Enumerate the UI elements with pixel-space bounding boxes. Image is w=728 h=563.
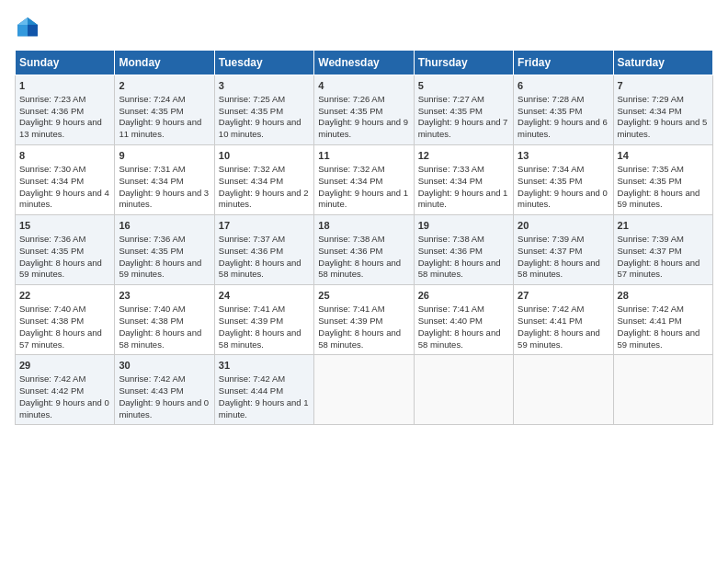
calendar-cell: 24Sunrise: 7:41 AMSunset: 4:39 PMDayligh…: [214, 285, 313, 355]
calendar-cell: 7Sunrise: 7:29 AMSunset: 4:34 PMDaylight…: [613, 75, 712, 145]
svg-marker-2: [28, 25, 38, 36]
logo-icon: [15, 15, 40, 40]
day-number: 26: [418, 289, 509, 303]
day-number: 11: [318, 149, 409, 163]
day-number: 21: [618, 219, 709, 233]
calendar-week-3: 22Sunrise: 7:40 AMSunset: 4:38 PMDayligh…: [16, 285, 713, 355]
calendar-cell: 14Sunrise: 7:35 AMSunset: 4:35 PMDayligh…: [613, 145, 712, 215]
calendar-cell: 30Sunrise: 7:42 AMSunset: 4:43 PMDayligh…: [115, 355, 214, 425]
calendar-cell: 29Sunrise: 7:42 AMSunset: 4:42 PMDayligh…: [16, 355, 115, 425]
day-number: 28: [618, 289, 709, 303]
calendar-cell: 18Sunrise: 7:38 AMSunset: 4:36 PMDayligh…: [314, 215, 414, 285]
calendar-cell: 5Sunrise: 7:27 AMSunset: 4:35 PMDaylight…: [414, 75, 513, 145]
calendar-cell: 1Sunrise: 7:23 AMSunset: 4:36 PMDaylight…: [16, 75, 115, 145]
calendar-table: SundayMondayTuesdayWednesdayThursdayFrid…: [15, 50, 713, 425]
day-number: 15: [19, 219, 110, 233]
calendar-cell: 9Sunrise: 7:31 AMSunset: 4:34 PMDaylight…: [115, 145, 214, 215]
header-cell-monday: Monday: [115, 51, 214, 75]
calendar-cell: 27Sunrise: 7:42 AMSunset: 4:41 PMDayligh…: [514, 285, 613, 355]
header-row: SundayMondayTuesdayWednesdayThursdayFrid…: [16, 51, 713, 75]
calendar-cell: 22Sunrise: 7:40 AMSunset: 4:38 PMDayligh…: [16, 285, 115, 355]
calendar-cell: [314, 355, 414, 425]
svg-marker-1: [28, 17, 38, 25]
calendar-cell: 2Sunrise: 7:24 AMSunset: 4:35 PMDaylight…: [115, 75, 214, 145]
calendar-cell: 16Sunrise: 7:36 AMSunset: 4:35 PMDayligh…: [115, 215, 214, 285]
calendar-cell: 26Sunrise: 7:41 AMSunset: 4:40 PMDayligh…: [414, 285, 513, 355]
day-number: 29: [19, 359, 110, 373]
header-cell-friday: Friday: [514, 51, 613, 75]
day-number: 22: [19, 289, 110, 303]
day-number: 13: [518, 149, 609, 163]
calendar-cell: 8Sunrise: 7:30 AMSunset: 4:34 PMDaylight…: [16, 145, 115, 215]
day-number: 12: [418, 149, 509, 163]
calendar-cell: 10Sunrise: 7:32 AMSunset: 4:34 PMDayligh…: [214, 145, 313, 215]
calendar-cell: 12Sunrise: 7:33 AMSunset: 4:34 PMDayligh…: [414, 145, 513, 215]
day-number: 8: [19, 149, 110, 163]
calendar-cell: 6Sunrise: 7:28 AMSunset: 4:35 PMDaylight…: [514, 75, 613, 145]
calendar-cell: 17Sunrise: 7:37 AMSunset: 4:36 PMDayligh…: [214, 215, 313, 285]
page-container: SundayMondayTuesdayWednesdayThursdayFrid…: [0, 0, 728, 432]
calendar-cell: 20Sunrise: 7:39 AMSunset: 4:37 PMDayligh…: [514, 215, 613, 285]
header-cell-saturday: Saturday: [613, 51, 712, 75]
day-number: 6: [518, 79, 609, 93]
day-number: 2: [119, 79, 210, 93]
header-cell-thursday: Thursday: [414, 51, 513, 75]
calendar-cell: 3Sunrise: 7:25 AMSunset: 4:35 PMDaylight…: [214, 75, 313, 145]
calendar-cell: 25Sunrise: 7:41 AMSunset: 4:39 PMDayligh…: [314, 285, 414, 355]
day-number: 24: [219, 289, 310, 303]
day-number: 18: [318, 219, 409, 233]
header-cell-wednesday: Wednesday: [314, 51, 414, 75]
day-number: 31: [219, 359, 310, 373]
day-number: 4: [318, 79, 409, 93]
day-number: 20: [518, 219, 609, 233]
calendar-cell: [514, 355, 613, 425]
day-number: 27: [518, 289, 609, 303]
header: [15, 15, 713, 40]
calendar-body: 1Sunrise: 7:23 AMSunset: 4:36 PMDaylight…: [16, 75, 713, 425]
day-number: 7: [618, 79, 709, 93]
calendar-cell: [613, 355, 712, 425]
day-number: 16: [119, 219, 210, 233]
calendar-cell: 15Sunrise: 7:36 AMSunset: 4:35 PMDayligh…: [16, 215, 115, 285]
calendar-cell: 11Sunrise: 7:32 AMSunset: 4:34 PMDayligh…: [314, 145, 414, 215]
calendar-cell: 31Sunrise: 7:42 AMSunset: 4:44 PMDayligh…: [214, 355, 313, 425]
calendar-header: SundayMondayTuesdayWednesdayThursdayFrid…: [16, 51, 713, 75]
calendar-cell: 19Sunrise: 7:38 AMSunset: 4:36 PMDayligh…: [414, 215, 513, 285]
calendar-cell: 23Sunrise: 7:40 AMSunset: 4:38 PMDayligh…: [115, 285, 214, 355]
day-number: 9: [119, 149, 210, 163]
day-number: 14: [618, 149, 709, 163]
day-number: 19: [418, 219, 509, 233]
header-cell-tuesday: Tuesday: [214, 51, 313, 75]
calendar-cell: 13Sunrise: 7:34 AMSunset: 4:35 PMDayligh…: [514, 145, 613, 215]
day-number: 3: [219, 79, 310, 93]
day-number: 23: [119, 289, 210, 303]
calendar-cell: 21Sunrise: 7:39 AMSunset: 4:37 PMDayligh…: [613, 215, 712, 285]
logo: [15, 15, 44, 40]
day-number: 5: [418, 79, 509, 93]
svg-marker-3: [17, 25, 28, 36]
calendar-week-1: 8Sunrise: 7:30 AMSunset: 4:34 PMDaylight…: [16, 145, 713, 215]
calendar-cell: 4Sunrise: 7:26 AMSunset: 4:35 PMDaylight…: [314, 75, 414, 145]
calendar-cell: [414, 355, 513, 425]
calendar-week-2: 15Sunrise: 7:36 AMSunset: 4:35 PMDayligh…: [16, 215, 713, 285]
day-number: 30: [119, 359, 210, 373]
calendar-week-0: 1Sunrise: 7:23 AMSunset: 4:36 PMDaylight…: [16, 75, 713, 145]
day-number: 10: [219, 149, 310, 163]
day-number: 25: [318, 289, 409, 303]
svg-marker-4: [17, 17, 28, 25]
header-cell-sunday: Sunday: [16, 51, 115, 75]
day-number: 17: [219, 219, 310, 233]
calendar-week-4: 29Sunrise: 7:42 AMSunset: 4:42 PMDayligh…: [16, 355, 713, 425]
calendar-cell: 28Sunrise: 7:42 AMSunset: 4:41 PMDayligh…: [613, 285, 712, 355]
day-number: 1: [19, 79, 110, 93]
